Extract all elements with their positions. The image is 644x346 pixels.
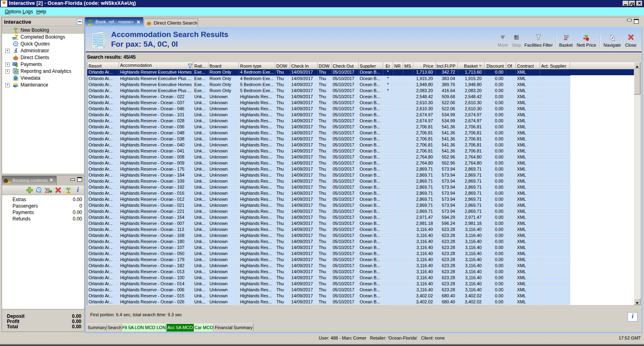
svg-text:$: $ [15,62,18,68]
